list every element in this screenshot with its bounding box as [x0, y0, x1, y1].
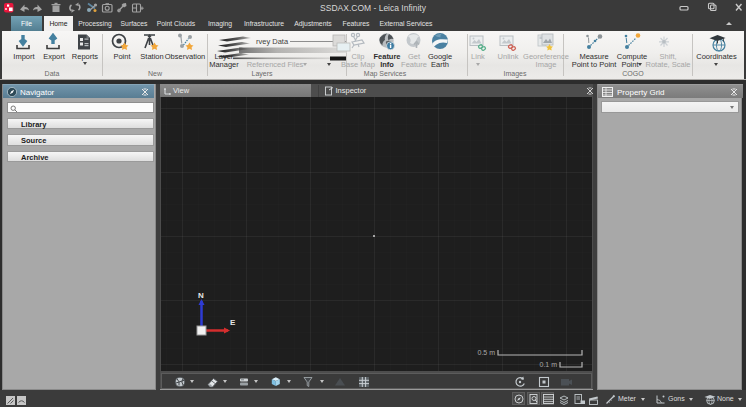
svg-text:N: N [198, 291, 204, 300]
svg-text:E: E [230, 318, 236, 327]
svg-text:rvey Data: rvey Data [256, 37, 289, 46]
